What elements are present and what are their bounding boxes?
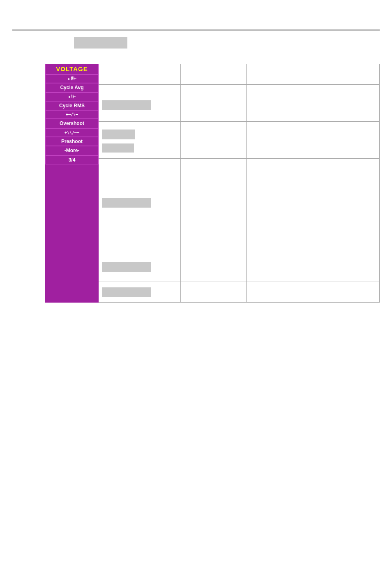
sidebar-item-overshoot[interactable]: Overshoot <box>45 119 99 128</box>
table-cell-col2-row4 <box>181 159 247 216</box>
overshoot-label: Overshoot <box>60 120 84 126</box>
cell-indicator-rect <box>102 198 151 208</box>
table-cell-col2-row5 <box>181 216 247 282</box>
table-row <box>99 282 379 303</box>
cell-indicator-rect-b <box>102 143 134 153</box>
measurement-table <box>99 64 380 303</box>
cycle-rms-label: Cycle RMS <box>59 103 85 109</box>
table-cell-col2-row2 <box>181 85 247 121</box>
table-cell-col1-row6 <box>99 282 181 302</box>
top-divider <box>12 30 380 30</box>
cycle-avg-icon: ↕⌇⌇⌇~ <box>67 76 76 81</box>
main-container: VOLTAGE ↕⌇⌇⌇~ Cycle Avg ↕⌇⌇~ Cycle RMS ÷… <box>45 64 380 303</box>
table-row <box>99 122 379 159</box>
sidebar-item-cycle-rms-icon[interactable]: ↕⌇⌇~ <box>45 93 99 101</box>
preshoot-label: Preshoot <box>61 139 83 144</box>
cycle-avg-label: Cycle Avg <box>60 85 83 90</box>
table-cell-col1-row1 <box>99 64 181 84</box>
table-cell-col3-row6 <box>247 282 379 302</box>
table-cell-col1-row5 <box>99 216 181 282</box>
page-label: 3/4 <box>69 157 76 163</box>
table-cell-col3-row5 <box>247 216 379 282</box>
sidebar-item-preshoot[interactable]: Preshoot <box>45 137 99 146</box>
overshoot-icon: ÷⋯/\— <box>66 112 78 117</box>
cell-indicator-rect <box>102 287 151 297</box>
top-indicator-rect <box>74 37 127 49</box>
measurement-sidebar: VOLTAGE ↕⌇⌇⌇~ Cycle Avg ↕⌇⌇~ Cycle RMS ÷… <box>45 64 99 303</box>
table-cell-col1-row3 <box>99 122 181 158</box>
table-cell-col1-row2 <box>99 85 181 121</box>
table-row <box>99 64 379 85</box>
sidebar-item-cycle-avg-icon[interactable]: ↕⌇⌇⌇~ <box>45 74 99 83</box>
table-cell-col3-row4 <box>247 159 379 216</box>
sidebar-item-cycle-rms[interactable]: Cycle RMS <box>45 101 99 110</box>
table-cell-col2-row1 <box>181 64 247 84</box>
table-row <box>99 216 379 282</box>
cycle-rms-icon: ↕⌇⌇~ <box>68 94 76 99</box>
sidebar-item-page[interactable]: 3/4 <box>45 155 99 164</box>
sidebar-item-overshoot-icon[interactable]: ÷⋯/\— <box>45 110 99 119</box>
table-row <box>99 85 379 122</box>
table-cell-col3-row1 <box>247 64 379 84</box>
preshoot-icon: ÷\\/⋯— <box>65 130 79 135</box>
table-cell-col1-row4 <box>99 159 181 216</box>
more-label: -More- <box>65 148 80 153</box>
cell-indicator-rect-a <box>102 130 135 139</box>
table-cell-col3-row3 <box>247 122 379 158</box>
sidebar-item-voltage[interactable]: VOLTAGE <box>45 64 99 74</box>
table-cell-col2-row3 <box>181 122 247 158</box>
sidebar-item-cycle-avg[interactable]: Cycle Avg <box>45 83 99 92</box>
voltage-label: VOLTAGE <box>56 65 88 72</box>
sidebar-item-more[interactable]: -More- <box>45 146 99 155</box>
table-cell-col2-row6 <box>181 282 247 302</box>
cell-indicator-rect <box>102 262 151 272</box>
table-row <box>99 159 379 216</box>
cell-indicator-rect <box>102 100 151 110</box>
table-cell-col3-row2 <box>247 85 379 121</box>
sidebar-item-preshoot-icon[interactable]: ÷\\/⋯— <box>45 128 99 137</box>
